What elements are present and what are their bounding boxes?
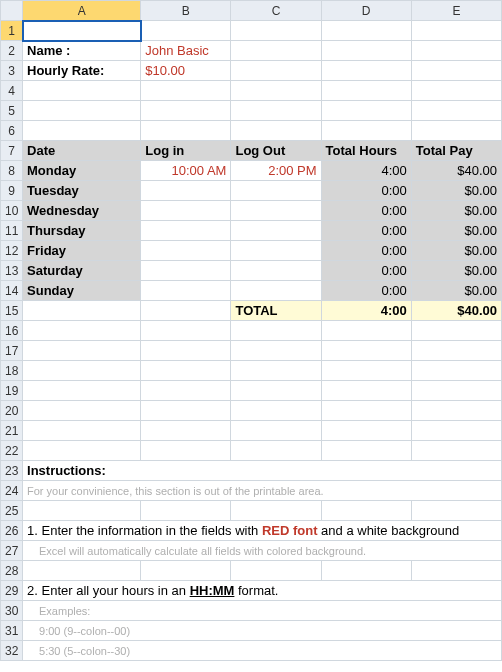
- select-all-cell[interactable]: [1, 1, 23, 21]
- logout-6[interactable]: [231, 281, 321, 301]
- cell-A19[interactable]: [23, 381, 141, 401]
- hours-5[interactable]: 0:00: [321, 261, 411, 281]
- row-header-24[interactable]: 24: [1, 481, 23, 501]
- row-header-14[interactable]: 14: [1, 281, 23, 301]
- row-header-23[interactable]: 23: [1, 461, 23, 481]
- row-header-26[interactable]: 26: [1, 521, 23, 541]
- cell-D22[interactable]: [321, 441, 411, 461]
- cell-E3[interactable]: [411, 61, 501, 81]
- logout-4[interactable]: [231, 241, 321, 261]
- cell-C28[interactable]: [231, 561, 321, 581]
- cell-B17[interactable]: [141, 341, 231, 361]
- instructions-step2[interactable]: 2. Enter all your hours in an HH:MM form…: [23, 581, 502, 601]
- pay-4[interactable]: $0.00: [411, 241, 501, 261]
- login-4[interactable]: [141, 241, 231, 261]
- hdr-login[interactable]: Log in: [141, 141, 231, 161]
- cell-E20[interactable]: [411, 401, 501, 421]
- label-rate[interactable]: Hourly Rate:: [23, 61, 141, 81]
- day-6[interactable]: Sunday: [23, 281, 141, 301]
- cell-A25[interactable]: [23, 501, 141, 521]
- row-header-27[interactable]: 27: [1, 541, 23, 561]
- login-3[interactable]: [141, 221, 231, 241]
- cell-A20[interactable]: [23, 401, 141, 421]
- row-header-30[interactable]: 30: [1, 601, 23, 621]
- cell-B1[interactable]: [141, 21, 231, 41]
- logout-0[interactable]: 2:00 PM: [231, 161, 321, 181]
- hdr-pay[interactable]: Total Pay: [411, 141, 501, 161]
- col-header-A[interactable]: A: [23, 1, 141, 21]
- cell-E1[interactable]: [411, 21, 501, 41]
- cell-B4[interactable]: [141, 81, 231, 101]
- row-header-19[interactable]: 19: [1, 381, 23, 401]
- row-header-12[interactable]: 12: [1, 241, 23, 261]
- cell-A28[interactable]: [23, 561, 141, 581]
- total-label[interactable]: TOTAL: [231, 301, 321, 321]
- cell-A16[interactable]: [23, 321, 141, 341]
- row-header-31[interactable]: 31: [1, 621, 23, 641]
- hours-3[interactable]: 0:00: [321, 221, 411, 241]
- row-header-28[interactable]: 28: [1, 561, 23, 581]
- cell-B28[interactable]: [141, 561, 231, 581]
- cell-E16[interactable]: [411, 321, 501, 341]
- example-1[interactable]: 9:00 (9--colon--00): [23, 621, 502, 641]
- example-2[interactable]: 5:30 (5--colon--30): [23, 641, 502, 661]
- cell-C2[interactable]: [231, 41, 321, 61]
- cell-C4[interactable]: [231, 81, 321, 101]
- logout-1[interactable]: [231, 181, 321, 201]
- cell-A5[interactable]: [23, 101, 141, 121]
- row-header-20[interactable]: 20: [1, 401, 23, 421]
- cell-D19[interactable]: [321, 381, 411, 401]
- cell-A15[interactable]: [23, 301, 141, 321]
- cell-B18[interactable]: [141, 361, 231, 381]
- row-header-10[interactable]: 10: [1, 201, 23, 221]
- total-hours[interactable]: 4:00: [321, 301, 411, 321]
- cell-A21[interactable]: [23, 421, 141, 441]
- cell-B19[interactable]: [141, 381, 231, 401]
- cell-E2[interactable]: [411, 41, 501, 61]
- cell-B6[interactable]: [141, 121, 231, 141]
- row-header-15[interactable]: 15: [1, 301, 23, 321]
- cell-E4[interactable]: [411, 81, 501, 101]
- cell-C19[interactable]: [231, 381, 321, 401]
- row-header-8[interactable]: 8: [1, 161, 23, 181]
- row-header-17[interactable]: 17: [1, 341, 23, 361]
- cell-C17[interactable]: [231, 341, 321, 361]
- hours-6[interactable]: 0:00: [321, 281, 411, 301]
- row-header-21[interactable]: 21: [1, 421, 23, 441]
- instructions-note[interactable]: For your convinience, this section is ou…: [23, 481, 502, 501]
- row-header-22[interactable]: 22: [1, 441, 23, 461]
- row-header-4[interactable]: 4: [1, 81, 23, 101]
- row-header-32[interactable]: 32: [1, 641, 23, 661]
- cell-C20[interactable]: [231, 401, 321, 421]
- cell-C16[interactable]: [231, 321, 321, 341]
- login-5[interactable]: [141, 261, 231, 281]
- cell-C5[interactable]: [231, 101, 321, 121]
- day-5[interactable]: Saturday: [23, 261, 141, 281]
- logout-5[interactable]: [231, 261, 321, 281]
- examples-label[interactable]: Examples:: [23, 601, 502, 621]
- value-name[interactable]: John Basic: [141, 41, 231, 61]
- instructions-step1-note[interactable]: Excel will automatically calculate all f…: [23, 541, 502, 561]
- cell-D18[interactable]: [321, 361, 411, 381]
- hdr-logout[interactable]: Log Out: [231, 141, 321, 161]
- row-header-6[interactable]: 6: [1, 121, 23, 141]
- login-1[interactable]: [141, 181, 231, 201]
- cell-D4[interactable]: [321, 81, 411, 101]
- cell-A6[interactable]: [23, 121, 141, 141]
- pay-2[interactable]: $0.00: [411, 201, 501, 221]
- cell-C18[interactable]: [231, 361, 321, 381]
- cell-B25[interactable]: [141, 501, 231, 521]
- cell-E18[interactable]: [411, 361, 501, 381]
- label-name[interactable]: Name :: [23, 41, 141, 61]
- day-1[interactable]: Tuesday: [23, 181, 141, 201]
- cell-D1[interactable]: [321, 21, 411, 41]
- row-header-9[interactable]: 9: [1, 181, 23, 201]
- cell-E5[interactable]: [411, 101, 501, 121]
- total-pay[interactable]: $40.00: [411, 301, 501, 321]
- row-header-29[interactable]: 29: [1, 581, 23, 601]
- cell-C25[interactable]: [231, 501, 321, 521]
- row-header-3[interactable]: 3: [1, 61, 23, 81]
- cell-B22[interactable]: [141, 441, 231, 461]
- cell-A22[interactable]: [23, 441, 141, 461]
- hdr-hours[interactable]: Total Hours: [321, 141, 411, 161]
